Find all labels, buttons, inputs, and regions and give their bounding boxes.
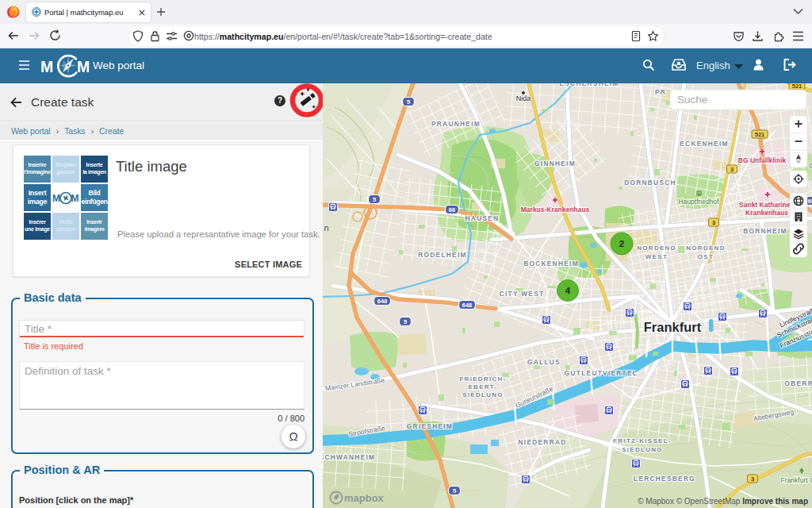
svg-text:DORNBUSCH: DORNBUSCH xyxy=(624,179,676,187)
svg-text:Markus-Krankenhaus: Markus-Krankenhaus xyxy=(521,206,590,214)
svg-text:NORDEND: NORDEND xyxy=(637,244,676,252)
svg-text:66: 66 xyxy=(808,198,812,205)
svg-text:BORNHEIM: BORNHEIM xyxy=(743,227,787,235)
svg-text:3: 3 xyxy=(712,219,715,226)
svg-text:© Mapbox © OpenStreetMap Impro: © Mapbox © OpenStreetMap Improve this ma… xyxy=(638,497,808,506)
svg-text:2: 2 xyxy=(619,239,624,248)
svg-text:SIEDLUNG: SIEDLUNG xyxy=(622,446,663,453)
svg-text:C: C xyxy=(809,162,812,170)
svg-text:M: M xyxy=(71,193,79,204)
svg-text:NIEDERRAD: NIEDERRAD xyxy=(518,438,566,446)
svg-text:648: 648 xyxy=(377,298,388,305)
svg-text:BG Unfallklinik: BG Unfallklinik xyxy=(738,156,787,164)
svg-text:OST: OST xyxy=(698,253,714,260)
svg-text:GRIESHEIM: GRIESHEIM xyxy=(407,422,453,430)
svg-text:GINNHEIM: GINNHEIM xyxy=(534,160,576,167)
svg-text:5: 5 xyxy=(373,196,376,203)
svg-text:Nida: Nida xyxy=(516,94,531,102)
svg-text:Sankt Katharinen: Sankt Katharinen xyxy=(739,201,795,209)
svg-text:WEST: WEST xyxy=(645,253,668,260)
svg-text:FRITZ-KISSEL-: FRITZ-KISSEL- xyxy=(613,437,672,444)
svg-text:Hauptfriedhof: Hauptfriedhof xyxy=(678,198,719,206)
svg-text:CITY WEST: CITY WEST xyxy=(500,290,545,298)
svg-text:PR: PR xyxy=(655,88,666,96)
svg-text:Frankfurt: Frankfurt xyxy=(644,320,702,334)
svg-text:5: 5 xyxy=(407,98,410,106)
svg-text:FRIEDRICH-: FRIEDRICH- xyxy=(459,375,506,383)
svg-text:3: 3 xyxy=(730,166,733,173)
svg-text:Krankenhaus: Krankenhaus xyxy=(745,209,788,217)
svg-text:GUTLEUTVIERTEL: GUTLEUTVIERTEL xyxy=(565,369,638,377)
svg-text:5: 5 xyxy=(453,487,456,495)
svg-text:Suche: Suche xyxy=(677,94,707,106)
svg-text:3: 3 xyxy=(751,475,754,483)
svg-text:ESCHERSHEIM: ESCHERSHEIM xyxy=(559,83,619,87)
svg-text:M: M xyxy=(77,58,90,75)
svg-text:PRAUNHEIM: PRAUNHEIM xyxy=(431,120,481,128)
svg-text:mapbox: mapbox xyxy=(344,492,385,504)
svg-text:Frankfurt Cit: Frankfurt Cit xyxy=(781,476,812,484)
svg-text:OBERRAD: OBERRAD xyxy=(784,379,812,387)
svg-text:648: 648 xyxy=(462,302,473,309)
svg-text:521: 521 xyxy=(792,83,802,90)
svg-text:HAUSEN: HAUSEN xyxy=(465,214,500,222)
svg-text:n: n xyxy=(324,223,329,233)
svg-text:BOCKENHEIM: BOCKENHEIM xyxy=(523,260,579,267)
svg-text:M: M xyxy=(40,58,53,75)
svg-text:LERCHESBERG: LERCHESBERG xyxy=(634,475,695,483)
svg-text:M: M xyxy=(52,193,60,204)
svg-text:521: 521 xyxy=(755,131,765,138)
svg-text:66: 66 xyxy=(449,206,455,214)
svg-text:SIEDLUNG: SIEDLUNG xyxy=(462,391,504,398)
svg-text:SCHWANHEIM: SCHWANHEIM xyxy=(323,453,375,461)
svg-text:RÖDELHEIM: RÖDELHEIM xyxy=(418,251,466,259)
svg-text:GALLUS: GALLUS xyxy=(527,358,561,366)
svg-text:NORDEND: NORDEND xyxy=(686,244,726,252)
svg-text:ECKENHEIM: ECKENHEIM xyxy=(680,140,729,148)
svg-text:5: 5 xyxy=(404,318,407,325)
svg-text:4: 4 xyxy=(565,286,571,295)
svg-text:EBERT-: EBERT- xyxy=(468,383,497,391)
